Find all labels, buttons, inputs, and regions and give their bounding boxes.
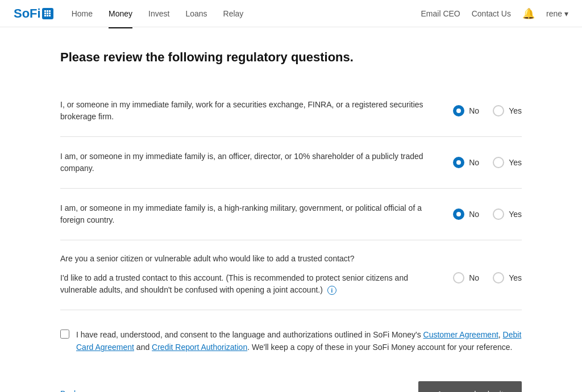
header-right: Email CEO Contact Us 🔔 rene ▾ (421, 7, 568, 20)
consent-text-part2: , (498, 330, 503, 339)
trusted-contact-row: I'd like to add a trusted contact to thi… (60, 272, 522, 296)
radio-yes-trusted[interactable]: Yes (493, 272, 522, 283)
credit-report-authorization-link[interactable]: Credit Report Authorization (152, 343, 247, 352)
page-title: Please review the following regulatory q… (60, 50, 522, 65)
radio-circle-no-1[interactable] (453, 105, 464, 116)
radio-yes-1[interactable]: Yes (493, 105, 522, 116)
user-menu[interactable]: rene ▾ (546, 9, 568, 18)
header: SoFi Home Money Invest Loans Relay Email… (0, 0, 582, 27)
radio-yes-2[interactable]: Yes (493, 157, 522, 168)
consent-section: I have read, understood, and consent to … (60, 328, 522, 354)
radio-circle-no-2[interactable] (453, 157, 464, 168)
radio-label-yes-1: Yes (509, 106, 522, 115)
svg-rect-7 (47, 15, 48, 16)
consent-checkbox[interactable] (60, 330, 69, 339)
radio-label-no-2: No (469, 158, 479, 167)
svg-rect-4 (47, 12, 48, 14)
svg-rect-6 (44, 15, 46, 16)
user-name: rene (546, 9, 562, 18)
radio-group-2: No Yes (453, 157, 522, 168)
trusted-contact-text-content: I'd like to add a trusted contact to thi… (60, 273, 408, 294)
radio-group-1: No Yes (453, 105, 522, 116)
svg-rect-0 (44, 10, 46, 12)
main-nav: Home Money Invest Loans Relay (72, 7, 421, 20)
radio-no-2[interactable]: No (453, 157, 479, 168)
agree-submit-button[interactable]: Agree and submit (418, 381, 522, 392)
nav-relay[interactable]: Relay (223, 7, 244, 20)
contact-us-link[interactable]: Contact Us (472, 9, 511, 18)
question-row-2: I am, or someone in my immediate family … (60, 137, 522, 189)
consent-text-part4: . We'll keep a copy of these in your SoF… (247, 343, 512, 352)
notification-bell-icon[interactable]: 🔔 (522, 7, 535, 20)
nav-money[interactable]: Money (109, 7, 132, 20)
radio-no-trusted[interactable]: No (453, 272, 479, 283)
info-icon[interactable]: i (327, 286, 336, 295)
radio-label-yes-3: Yes (509, 210, 522, 219)
trusted-contact-header: Are you a senior citizen or vulnerable a… (60, 254, 522, 263)
question-text-2: I am, or someone in my immediate family … (60, 151, 453, 174)
radio-label-no-1: No (469, 106, 479, 115)
svg-rect-8 (49, 15, 51, 16)
trusted-contact-text: I'd like to add a trusted contact to thi… (60, 272, 453, 296)
radio-group-trusted: No Yes (453, 272, 522, 283)
radio-yes-3[interactable]: Yes (493, 208, 522, 220)
nav-home[interactable]: Home (72, 7, 93, 20)
radio-label-yes-2: Yes (509, 158, 522, 167)
svg-rect-1 (47, 10, 48, 12)
logo-icon (42, 8, 53, 19)
radio-circle-yes-3[interactable] (493, 208, 504, 220)
question-text-1: I, or someone in my immediate family, wo… (60, 99, 453, 123)
radio-no-3[interactable]: No (453, 208, 479, 220)
trusted-contact-section: Are you a senior citizen or vulnerable a… (60, 240, 522, 310)
question-row-1: I, or someone in my immediate family, wo… (60, 85, 522, 137)
email-ceo-link[interactable]: Email CEO (421, 9, 460, 18)
customer-agreement-link[interactable]: Customer Agreement (423, 330, 498, 339)
radio-label-yes-trusted: Yes (509, 273, 522, 282)
logo-text: SoFi (14, 6, 41, 21)
logo[interactable]: SoFi (14, 6, 53, 21)
radio-label-no-trusted: No (469, 273, 479, 282)
consent-text-part1: I have read, understood, and consent to … (76, 330, 423, 339)
back-link[interactable]: Back (60, 389, 78, 392)
nav-invest[interactable]: Invest (148, 7, 169, 20)
radio-circle-yes-1[interactable] (493, 105, 504, 116)
main-content: Please review the following regulatory q… (47, 27, 535, 392)
svg-rect-3 (44, 12, 46, 14)
radio-label-no-3: No (469, 210, 479, 219)
chevron-down-icon: ▾ (564, 9, 568, 18)
radio-circle-yes-trusted[interactable] (493, 272, 504, 283)
consent-text: I have read, understood, and consent to … (76, 328, 522, 354)
question-row-3: I am, or someone in my immediate family … (60, 189, 522, 240)
radio-group-3: No Yes (453, 208, 522, 220)
radio-circle-no-3[interactable] (453, 208, 464, 220)
radio-circle-no-trusted[interactable] (453, 272, 464, 283)
radio-no-1[interactable]: No (453, 105, 479, 116)
svg-rect-2 (49, 10, 51, 12)
nav-loans[interactable]: Loans (185, 7, 207, 20)
consent-text-part3: and (134, 343, 152, 352)
footer-actions: Back Agree and submit (60, 381, 522, 392)
question-text-3: I am, or someone in my immediate family … (60, 202, 453, 226)
svg-rect-5 (49, 12, 51, 14)
radio-circle-yes-2[interactable] (493, 157, 504, 168)
